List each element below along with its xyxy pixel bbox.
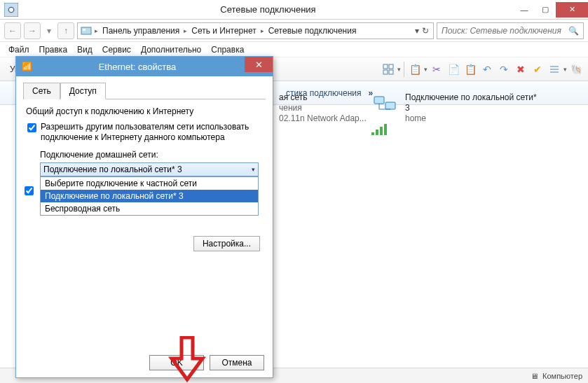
- tab-network[interactable]: Сеть: [23, 83, 60, 99]
- allow-sharing-label: Разрешить другим пользователям сети испо…: [41, 122, 266, 143]
- up-button[interactable]: ↑: [57, 22, 74, 39]
- app-icon: [4, 3, 18, 17]
- paste2-icon[interactable]: 📋: [463, 62, 478, 77]
- separator: [404, 62, 404, 77]
- maximize-button[interactable]: ▢: [535, 2, 556, 18]
- signal-bars-icon: [371, 124, 399, 135]
- dialog-titlebar[interactable]: 📶 Ethernet: свойства ✕: [16, 57, 273, 76]
- svg-rect-7: [389, 70, 393, 74]
- chevron-icon: ▸: [184, 27, 187, 34]
- view-details-icon[interactable]: [381, 62, 396, 77]
- search-icon[interactable]: 🔍: [568, 26, 579, 36]
- tab-access[interactable]: Доступ: [60, 83, 106, 99]
- dropdown-icon[interactable]: ▾: [563, 66, 567, 73]
- dialog-icon: 📶: [22, 62, 30, 71]
- group-title: Общий доступ к подключению к Интернету: [26, 106, 266, 116]
- breadcrumb-seg-3[interactable]: Сетевые подключения: [267, 26, 358, 36]
- addr-tools: ▾ ↻: [413, 26, 430, 36]
- allow-sharing-checkbox[interactable]: [27, 123, 36, 132]
- copy-icon[interactable]: 📄: [446, 62, 461, 77]
- connection-listbox[interactable]: Выберите подключение к частной сети Подк…: [40, 176, 259, 216]
- allow-sharing-row: Разрешить другим пользователям сети испо…: [27, 122, 266, 143]
- chevron-icon: ▸: [95, 27, 98, 34]
- dropdown-icon[interactable]: ▾: [397, 66, 401, 73]
- svg-point-1: [8, 7, 14, 13]
- list-option-wireless[interactable]: Беспроводная сеть: [41, 202, 258, 215]
- svg-rect-4: [383, 64, 388, 69]
- settings-button[interactable]: Настройка...: [193, 236, 260, 251]
- minimize-button[interactable]: —: [514, 2, 535, 18]
- properties-dialog: 📶 Ethernet: свойства ✕ Сеть Доступ Общий…: [15, 56, 273, 378]
- breadcrumb-seg-1[interactable]: Панель управления: [101, 26, 181, 36]
- home-connection-combo[interactable]: Подключение по локальной сети* 3: [40, 162, 259, 176]
- search-box[interactable]: 🔍: [437, 22, 584, 39]
- check-icon[interactable]: ✔: [530, 62, 545, 77]
- forward-button[interactable]: →: [24, 22, 41, 39]
- location-icon: [81, 25, 92, 36]
- home-connection-label: Подключение домашней сети:: [40, 150, 266, 160]
- window-buttons: — ▢ ✕: [514, 2, 588, 18]
- dialog-title: Ethernet: свойства: [30, 62, 245, 72]
- conn-title: Подключение по локальной сети* 3: [405, 92, 540, 113]
- dialog-close-button[interactable]: ✕: [245, 57, 273, 72]
- menu-file[interactable]: Файл: [4, 43, 34, 56]
- cut-icon[interactable]: ✂: [429, 62, 444, 77]
- dialog-buttons: OK Отмена: [149, 355, 264, 370]
- conn-line3: 02.11n Network Adap...: [279, 113, 367, 124]
- menu-service[interactable]: Сервис: [98, 43, 135, 56]
- connection-item-lan3[interactable]: Подключение по локальной сети* 3 home: [371, 92, 540, 135]
- svg-rect-5: [389, 64, 393, 69]
- conn-line2: home: [405, 113, 540, 124]
- list-icon[interactable]: [547, 62, 562, 77]
- ok-button[interactable]: OK: [149, 355, 204, 370]
- menu-help[interactable]: Справка: [207, 43, 248, 56]
- chevron-down-icon: [252, 166, 255, 173]
- network-icon: [371, 92, 399, 135]
- paste-icon[interactable]: 📋: [407, 62, 423, 77]
- shell-icon[interactable]: 🐚: [568, 62, 584, 77]
- undo-icon[interactable]: ↶: [479, 62, 495, 77]
- tabs: Сеть Доступ: [23, 82, 266, 99]
- cancel-button[interactable]: Отмена: [210, 355, 264, 370]
- conn-line2: чения: [279, 103, 367, 113]
- conn-title: ая сеть: [279, 92, 367, 103]
- svg-rect-12: [385, 102, 395, 109]
- svg-rect-3: [83, 29, 86, 31]
- toolbar-right: ▾ 📋 ▾ ✂ 📄 📋 ↶ ↷ ✖ ✔ ▾ 🐚: [381, 62, 584, 77]
- dropdown-icon[interactable]: ▾: [424, 66, 428, 73]
- svg-rect-11: [374, 97, 384, 104]
- dialog-body: Сеть Доступ Общий доступ к подключению к…: [16, 76, 273, 377]
- address-bar[interactable]: ▸ Панель управления ▸ Сеть и Интернет ▸ …: [77, 22, 434, 39]
- menu-view[interactable]: Вид: [73, 43, 97, 56]
- chevron-icon: ▸: [261, 27, 264, 34]
- dropdown-icon[interactable]: ▾: [415, 26, 419, 36]
- breadcrumb-seg-2[interactable]: Сеть и Интернет: [190, 26, 257, 36]
- back-button[interactable]: ←: [4, 22, 21, 39]
- delete-icon[interactable]: ✖: [513, 62, 528, 77]
- menu-extra[interactable]: Дополнительно: [137, 43, 205, 56]
- main-titlebar: Сетевые подключения — ▢ ✕: [0, 0, 588, 20]
- svg-rect-6: [383, 70, 388, 74]
- menu-bar: Файл Правка Вид Сервис Дополнительно Спр…: [0, 42, 588, 57]
- redo-icon[interactable]: ↷: [496, 62, 512, 77]
- second-checkbox[interactable]: [25, 186, 34, 195]
- combo-value: Подключение по локальной сети* 3: [43, 165, 182, 174]
- close-button[interactable]: ✕: [556, 2, 588, 18]
- refresh-icon[interactable]: ↻: [422, 26, 429, 36]
- menu-edit[interactable]: Правка: [35, 43, 72, 56]
- computer-icon: 🖥: [531, 372, 538, 380]
- status-label: Компьютер: [542, 372, 582, 380]
- status-right: 🖥 Компьютер: [531, 372, 582, 380]
- search-input[interactable]: [442, 26, 564, 36]
- nav-row: ← → ▾ ↑ ▸ Панель управления ▸ Сеть и Инт…: [0, 20, 588, 42]
- history-dropdown[interactable]: ▾: [43, 22, 55, 39]
- window-title: Сетевые подключения: [22, 4, 514, 15]
